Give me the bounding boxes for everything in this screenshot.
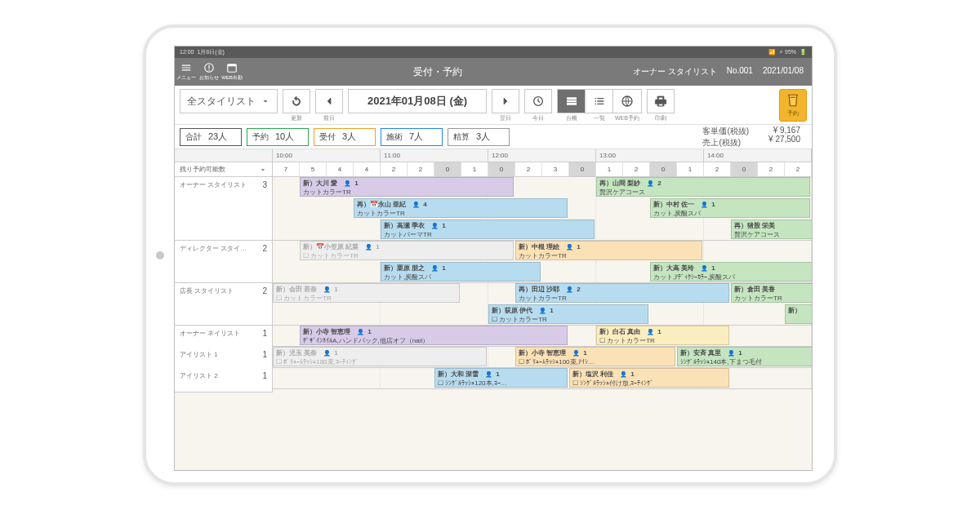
availability-cell: 1 [461,162,488,177]
appointment[interactable]: 新）児玉 美奈 1☐ ﾎﾞﾘｭｰﾑﾗｯｼｭ180束,ｺｰﾃｨﾝｸﾞ [273,347,487,366]
appointment[interactable]: 新） [785,304,812,324]
web-shift-button[interactable]: WEB出勤 [220,58,243,86]
prev-day-button[interactable] [315,89,343,113]
refresh-button[interactable] [283,89,310,113]
appointment[interactable]: 再）田辺 沙耶 2カットカラーTR [515,283,729,303]
role-label: オーナー スタイリスト [633,66,717,78]
next-day-button[interactable] [492,89,519,113]
availability-cell: 0 [569,162,596,177]
notice-button[interactable]: お知らせ [198,58,220,86]
staff-no: No.001 [727,66,753,78]
stat-treatment: 施術7人 [381,128,443,146]
today-button[interactable] [524,89,552,113]
stats-row: 合計23人 予約10人 受付3人 施術7人 精算3人 客単価(税抜) 売上(税抜… [175,125,812,149]
availability-cell: 0 [434,162,461,177]
appointment[interactable]: 新）白石 真由 1☐ カットカラーTR [596,326,729,345]
availability-cell: 7 [273,162,300,177]
appointment[interactable]: 新）大和 深雪 1☐ ｼﾝｸﾞﾙﾗｯｼｭ120本,ｺｰ… [434,368,568,388]
availability-cell: 2 [381,162,408,177]
stat-settlement: 精算3人 [448,128,510,146]
print-button[interactable] [647,89,675,113]
toolbar: 全スタイリスト 更新 前日 2021年01月08日 (金) [175,86,812,125]
staff-lane[interactable]: 新）📅小笠原 紀菜 1☐ カットカラーTR新）中根 理絵 1カットカラーTR新）… [273,241,812,283]
ios-status-bar: 12:00 1月8日(金) 📶 ⚡︎ 95% 🔋 [175,47,812,58]
availability-cell: 2 [515,162,542,177]
availability-cell: 2 [704,162,731,177]
appointment[interactable]: 新）大川 愛 1カットカラーTR [300,177,514,197]
appointment[interactable]: 新）会田 若奈 1☐ カットカラーTR [273,283,460,303]
ledger-view-tab[interactable] [558,90,586,113]
timeline: 10:0011:0012:0013:0014:00 残り予約可能数 754422… [175,149,812,470]
menu-button[interactable]: メニュー [175,58,198,86]
appointment[interactable]: 再）猪股 栄美贅沢ケアコース [731,220,812,239]
page-title: 受付・予約 [243,65,633,79]
availability-cell: 2 [758,162,785,177]
availability-cell: 1 [596,162,623,177]
availability-cell: 0 [488,162,515,177]
svg-point-2 [208,69,210,71]
availability-row: 残り予約可能数 75442201023012012022 [175,162,812,177]
availability-cell: 2 [408,162,434,177]
appointment[interactable]: 新）小寺 智恵理 1ﾃﾞｻﾞｲﾝﾈｲﾙA,ハンドパック,他店オフ（nail） [300,326,568,345]
chevron-down-icon[interactable] [259,166,267,174]
appointment[interactable]: 新）中村 佐一 1カット,炭酸スパ [650,198,810,218]
stat-reserve: 予約10人 [247,128,309,146]
appointment[interactable]: 新）荻原 伊代 1☐ カットカラーTR [488,304,648,324]
appointment[interactable]: 再）📅永山 亜紀 4カットカラーTR [354,198,568,218]
new-reserve-button[interactable]: 予約 [779,89,807,122]
staff-lane[interactable]: 新）小寺 智恵理 1ﾃﾞｻﾞｲﾝﾈｲﾙA,ハンドパック,他店オフ（nail）新）… [273,326,812,347]
staff-label: ディレクター スタイ…2 [175,241,273,283]
current-date: 2021/01/08 [763,66,804,78]
availability-cell: 0 [650,162,677,177]
date-display[interactable]: 2021年01月08日 (金) [348,89,487,113]
staff-label: アイリスト 21 [175,368,273,392]
list-view-tab[interactable] [586,90,613,113]
appointment[interactable]: 新）大高 美玲 1カット,ｱﾃﾞｨｸｼｰｶﾗｰ,炭酸スパ [650,262,812,282]
appointment[interactable]: 新）📅小笠原 紀菜 1☐ カットカラーTR [300,241,514,260]
staff-lane[interactable]: 新）大川 愛 1カットカラーTR再）山岡 梨紗 2贅沢ケアコース再）📅永山 亜紀… [273,177,812,241]
appointment[interactable]: 新）倉田 美香カットカラーTR [731,283,812,303]
time-header: 10:0011:0012:0013:0014:00 [175,149,812,162]
availability-cell: 2 [623,162,650,177]
appointment[interactable]: 新）中根 理絵 1カットカラーTR [515,241,702,260]
web-reserve-tab[interactable] [613,90,641,113]
appointment[interactable]: 新）高瀬 季衣 1カットパーマTR [381,220,595,239]
appointment[interactable]: 新）塩沢 利佳 1☐ ｼﾝｸﾞﾙﾗｯｼｭ付け放,ｺｰﾃｨﾝｸﾞ [569,368,729,388]
availability-cell: 5 [300,162,327,177]
staff-label: 店長 スタイリスト2 [175,283,273,326]
stat-total: 合計23人 [180,128,242,146]
availability-cell: 3 [542,162,569,177]
stat-reception: 受付3人 [314,128,376,146]
availability-cell: 1 [677,162,704,177]
app-bar: メニュー お知らせ WEB出勤 受付・予約 オーナー スタイリスト No.001… [175,58,812,86]
appointment[interactable]: 新）小寺 智恵理 1☐ ﾎﾞﾘｭｰﾑﾗｯｼｭ100束,ｱｲｼ… [515,347,675,366]
staff-lane[interactable]: 新）児玉 美奈 1☐ ﾎﾞﾘｭｰﾑﾗｯｼｭ180束,ｺｰﾃｨﾝｸﾞ新）小寺 智恵… [273,347,812,368]
availability-cell: 0 [731,162,758,177]
availability-cell: 4 [327,162,354,177]
svg-rect-1 [208,65,209,69]
appointment[interactable]: 再）山岡 梨紗 2贅沢ケアコース [596,177,810,197]
staff-lane[interactable]: 新）大和 深雪 1☐ ｼﾝｸﾞﾙﾗｯｼｭ120本,ｺｰ…新）塩沢 利佳 1☐ ｼ… [273,368,812,389]
availability-cell: 2 [785,162,812,177]
stylist-select[interactable]: 全スタイリスト [180,89,278,113]
sales-summary: 客単価(税抜) 売上(税抜) ¥ 9,167 ¥ 27,500 [514,126,807,149]
appointment[interactable]: 新）安斉 真里 1ｼﾝｸﾞﾙﾗｯｼｭ140本,下まつ毛付 [677,347,812,366]
staff-label: オーナー スタイリスト3 [175,177,273,241]
svg-rect-4 [228,64,237,66]
staff-lane[interactable]: 新）会田 若奈 1☐ カットカラーTR再）田辺 沙耶 2カットカラーTR新）倉田… [273,283,812,326]
view-toggle-group [557,89,642,113]
appointment[interactable]: 新）栗原 朋之 1カット,炭酸スパ [381,262,541,282]
availability-cell: 4 [354,162,381,177]
